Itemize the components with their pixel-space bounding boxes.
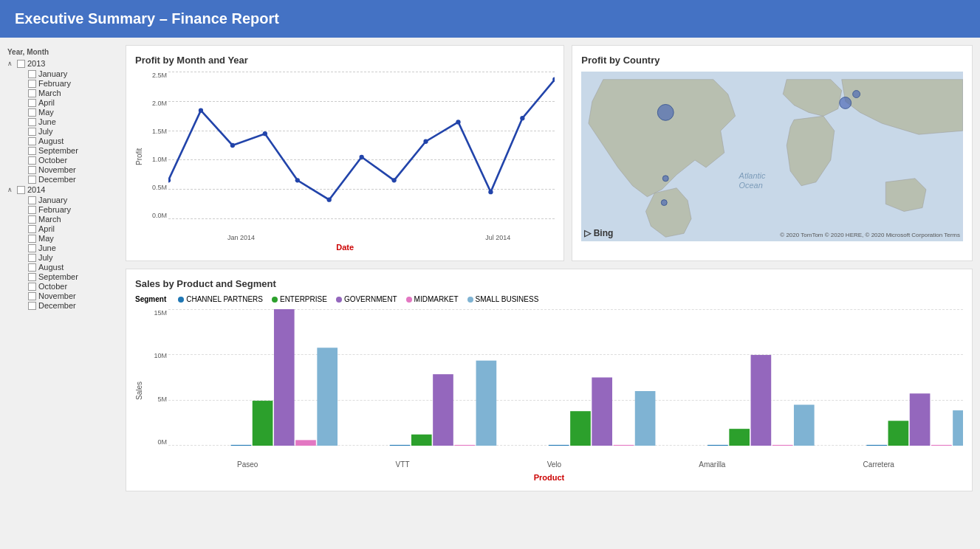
svg-point-11	[520, 116, 524, 120]
month-checkbox[interactable]	[28, 156, 36, 165]
month-jul-2013[interactable]: July	[7, 127, 126, 136]
bar-chart-wrapper: Sales 15M 10M 5M 0M	[135, 309, 963, 472]
svg-point-10	[488, 190, 493, 194]
month-mar-2013[interactable]: March	[7, 89, 126, 97]
year-2013-row[interactable]: ∧ 2013	[7, 59, 126, 68]
month-checkbox[interactable]	[28, 99, 36, 107]
bar-chart-inner: 15M 10M 5M 0M	[146, 309, 963, 472]
y-labels: 2.5M 2.0M 1.5M 1.0M 0.5M 0.0M	[146, 72, 168, 219]
svg-point-8	[423, 139, 428, 144]
chevron-icon: ∧	[7, 186, 15, 193]
month-checkbox[interactable]	[28, 176, 36, 184]
legend-dot-mid	[406, 297, 412, 303]
month-checkbox[interactable]	[28, 254, 36, 262]
bar-x-labels: Paseo VTT Velo Amarilla Carretera	[168, 457, 963, 472]
month-jan-2014[interactable]: January	[7, 196, 126, 204]
svg-rect-30	[476, 361, 497, 446]
map-copyright: © 2020 TomTom © 2020 HERE, © 2020 Micros…	[780, 232, 960, 238]
svg-rect-31	[549, 445, 569, 446]
month-checkbox[interactable]	[28, 244, 36, 252]
month-checkbox[interactable]	[28, 70, 36, 78]
svg-rect-32	[570, 411, 591, 446]
svg-rect-44	[931, 445, 952, 446]
svg-rect-23	[274, 309, 295, 446]
svg-rect-34	[614, 445, 634, 446]
legend-dot-ent	[272, 297, 278, 303]
month-checkbox[interactable]	[28, 118, 36, 126]
month-aug-2014[interactable]: August	[7, 263, 126, 272]
month-checkbox[interactable]	[28, 108, 36, 117]
year-2013-label: 2013	[27, 59, 45, 68]
bar-y-axis-label: Sales	[135, 309, 143, 472]
month-checkbox[interactable]	[28, 263, 36, 272]
svg-point-17	[840, 97, 851, 109]
year-2014-row[interactable]: ∧ 2014	[7, 185, 126, 194]
month-checkbox[interactable]	[28, 147, 36, 155]
svg-rect-40	[794, 405, 815, 446]
svg-rect-43	[910, 393, 931, 446]
profit-country-chart: Profit by Country	[572, 45, 973, 261]
month-apr-2013[interactable]: April	[7, 98, 126, 107]
month-sep-2013[interactable]: September	[7, 146, 126, 155]
svg-rect-24	[295, 440, 316, 446]
month-checkbox[interactable]	[28, 206, 36, 214]
month-checkbox[interactable]	[28, 215, 36, 224]
month-jun-2013[interactable]: June	[7, 117, 126, 126]
segment-label: Segment	[135, 295, 166, 303]
month-checkbox[interactable]	[28, 292, 36, 300]
line-chart-svg	[168, 72, 555, 219]
month-feb-2013[interactable]: February	[7, 79, 126, 88]
sales-segment-chart: Sales by Product and Segment Segment CHA…	[126, 269, 973, 491]
svg-rect-28	[433, 374, 453, 446]
line-chart-inner: 2.5M 2.0M 1.5M 1.0M 0.5M 0.0M	[146, 72, 555, 241]
month-nov-2013[interactable]: November	[7, 165, 126, 174]
month-oct-2013[interactable]: October	[7, 156, 126, 165]
month-checkbox[interactable]	[28, 283, 36, 291]
svg-point-7	[391, 178, 396, 182]
top-row: Profit by Month and Year Profit 2.5M 2.0…	[126, 45, 973, 261]
month-aug-2013[interactable]: August	[7, 137, 126, 145]
svg-rect-42	[888, 421, 909, 446]
legend-channel-partners: CHANNEL PARTNERS	[178, 295, 263, 303]
month-checkbox[interactable]	[28, 137, 36, 145]
x-label-paseo: Paseo	[237, 460, 258, 469]
map-chart-title: Profit by Country	[581, 55, 963, 66]
month-checkbox[interactable]	[28, 196, 36, 204]
month-checkbox[interactable]	[28, 235, 36, 243]
month-jul-2014[interactable]: July	[7, 253, 126, 262]
month-jan-2013[interactable]: January	[7, 69, 126, 78]
svg-rect-36	[707, 445, 728, 446]
svg-rect-25	[317, 348, 337, 446]
svg-point-4	[295, 178, 300, 182]
month-checkbox[interactable]	[28, 128, 36, 136]
month-may-2013[interactable]: May	[7, 108, 126, 117]
year-2014-checkbox[interactable]	[17, 186, 25, 194]
year-2013-checkbox[interactable]	[17, 60, 25, 68]
svg-text:Ocean: Ocean	[739, 181, 763, 190]
svg-rect-33	[592, 378, 612, 446]
legend-small-business: SMALL BUSINESS	[467, 295, 539, 303]
bar-x-axis-label: Product	[135, 473, 963, 482]
month-feb-2014[interactable]: February	[7, 205, 126, 214]
month-mar-2014[interactable]: March	[7, 215, 126, 224]
month-checkbox[interactable]	[28, 89, 36, 97]
month-dec-2013[interactable]: December	[7, 175, 126, 184]
month-jun-2014[interactable]: June	[7, 244, 126, 252]
month-nov-2014[interactable]: November	[7, 291, 126, 300]
month-checkbox[interactable]	[28, 225, 36, 233]
month-checkbox[interactable]	[28, 80, 36, 88]
month-apr-2014[interactable]: April	[7, 224, 126, 233]
page-title: Executive Summary – Finance Report	[15, 10, 279, 27]
svg-point-6	[360, 155, 364, 159]
month-checkbox[interactable]	[28, 166, 36, 174]
legend-dot-sb	[467, 297, 473, 303]
svg-point-18	[853, 91, 860, 98]
month-checkbox[interactable]	[28, 273, 36, 281]
month-sep-2014[interactable]: September	[7, 272, 126, 281]
month-may-2014[interactable]: May	[7, 234, 126, 243]
month-oct-2014[interactable]: October	[7, 282, 126, 291]
month-checkbox[interactable]	[28, 302, 36, 310]
bar-chart-title: Sales by Product and Segment	[135, 278, 963, 289]
month-dec-2014[interactable]: December	[7, 301, 126, 310]
legend-label-mid: MIDMARKET	[414, 295, 459, 303]
